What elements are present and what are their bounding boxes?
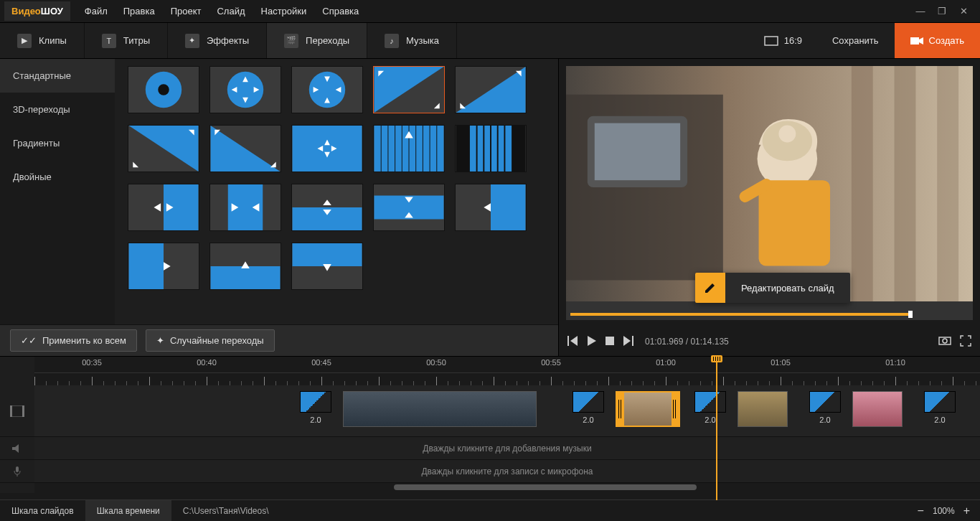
mic-hint[interactable]: Дважды кликните для записи с микрофона (34, 460, 980, 483)
seekbar-knob[interactable] (908, 311, 913, 318)
snapshot-icon[interactable] (938, 335, 951, 349)
video-track[interactable]: 2.0 2.0 2.0 2.0 2.0 (34, 385, 980, 437)
transition-browser: Стандартные 3D-переходы Градиенты Двойны… (0, 59, 558, 324)
transition-item[interactable] (209, 125, 281, 172)
scrollbar-thumb[interactable] (394, 484, 697, 490)
audio-track-icon[interactable] (0, 437, 34, 460)
transition-item[interactable] (128, 66, 199, 113)
svg-point-90 (943, 339, 947, 343)
menu-file[interactable]: Файл (77, 1, 115, 21)
tab-music[interactable]: ♪ Музыка (367, 23, 457, 58)
app-logo: ВидеоШОУ (4, 1, 70, 21)
svg-rect-83 (567, 336, 569, 346)
stop-button[interactable] (605, 336, 615, 348)
video-clip[interactable] (343, 391, 537, 427)
time-current: 01:01.969 (645, 337, 683, 347)
transition-item[interactable] (291, 243, 363, 290)
category-gradients[interactable]: Градиенты (0, 126, 115, 160)
play-button[interactable] (586, 335, 598, 349)
check-icon: ✓✓ (21, 335, 37, 346)
tab-transitions[interactable]: 🎬 Переходы (267, 23, 367, 58)
category-3d[interactable]: 3D-переходы (0, 93, 115, 126)
time-ruler[interactable]: 00:3500:4000:4500:5000:5501:0001:0501:10 (34, 357, 980, 385)
playhead[interactable] (716, 357, 717, 500)
transition-item[interactable] (291, 66, 363, 113)
action-bar: ✓✓ Применить ко всем ✦ Случайные переход… (0, 324, 558, 356)
tab-titles-label: Титры (123, 35, 150, 46)
statusbar: Шкала слайдов Шкала времени C:\Users\Тан… (0, 499, 980, 521)
transition-clip[interactable]: 2.0 (924, 391, 956, 424)
close-icon[interactable]: ✕ (957, 6, 970, 17)
svg-rect-68 (293, 243, 362, 266)
transition-item[interactable] (455, 66, 527, 113)
svg-marker-22 (133, 161, 138, 167)
transition-item[interactable] (291, 125, 363, 172)
svg-point-4 (158, 84, 169, 95)
tab-clips[interactable]: ▶ Клипы (0, 23, 85, 58)
mic-track-icon[interactable] (0, 460, 34, 483)
tab-effects[interactable]: ✦ Эффекты (168, 23, 267, 58)
svg-rect-62 (491, 184, 525, 230)
svg-rect-1 (910, 37, 919, 44)
ruler-row: 00:3500:4000:4500:5000:5501:0001:0501:10 (0, 357, 980, 385)
svg-rect-82 (937, 66, 958, 301)
random-button[interactable]: ✦ Случайные переходы (146, 329, 275, 352)
tab-titles[interactable]: T Титры (85, 23, 168, 58)
transition-item[interactable] (128, 125, 199, 172)
transition-item-selected[interactable] (373, 66, 445, 113)
video-clip[interactable] (738, 391, 788, 427)
svg-marker-57 (323, 200, 331, 205)
menu-slide[interactable]: Слайд (209, 1, 252, 21)
transition-item[interactable] (128, 184, 199, 231)
aspect-ratio[interactable]: 16:9 (750, 35, 816, 46)
transition-item[interactable] (455, 184, 527, 231)
transition-item[interactable] (128, 243, 199, 290)
video-clip[interactable] (852, 391, 903, 427)
random-label: Случайные переходы (170, 335, 264, 346)
svg-marker-26 (270, 161, 276, 167)
transition-item[interactable] (291, 184, 363, 231)
video-clip-active[interactable] (616, 391, 680, 427)
video-track-icon[interactable] (0, 385, 34, 437)
transition-item[interactable] (373, 125, 445, 172)
minimize-icon[interactable]: — (914, 6, 927, 17)
preview-seekbar[interactable] (570, 313, 969, 316)
zoom-out-button[interactable]: − (918, 504, 924, 517)
fullscreen-icon[interactable] (960, 335, 971, 349)
transition-item[interactable] (455, 125, 527, 172)
transition-clip[interactable]: 2.0 (573, 391, 604, 424)
tab-time-scale[interactable]: Шкала времени (85, 500, 171, 521)
horizontal-scrollbar[interactable] (34, 483, 980, 493)
transition-item[interactable] (209, 243, 281, 290)
edit-slide-button[interactable]: Редактировать слайд (695, 273, 850, 303)
save-button[interactable]: Сохранить (816, 23, 895, 58)
svg-rect-88 (632, 336, 633, 346)
transition-clip[interactable]: 2.0 (300, 391, 331, 424)
transition-item[interactable] (209, 184, 281, 231)
transition-item[interactable] (373, 184, 445, 231)
playhead-handle[interactable] (711, 355, 722, 362)
zoom-in-button[interactable]: + (963, 504, 970, 517)
menu-edit[interactable]: Правка (116, 1, 162, 21)
transition-clip[interactable]: 2.0 (809, 391, 841, 424)
menu-project[interactable]: Проект (164, 1, 209, 21)
prev-button[interactable] (567, 336, 579, 348)
menu-settings[interactable]: Настройки (254, 1, 314, 21)
transition-item[interactable] (209, 66, 281, 113)
audio-hint[interactable]: Дважды кликните для добавления музыки (34, 437, 980, 460)
category-double[interactable]: Двойные (0, 160, 115, 194)
ruler-labels: 00:3500:4000:4500:5000:5501:0001:0501:10 (34, 358, 980, 368)
edit-slide-label: Редактировать слайд (725, 283, 850, 294)
category-standard[interactable]: Стандартные (0, 59, 115, 93)
create-button[interactable]: Создать (895, 23, 980, 58)
transition-clip[interactable]: 2.0 (694, 391, 726, 424)
next-button[interactable] (622, 336, 633, 348)
project-path: C:\Users\Таня\Videos\ (171, 500, 281, 521)
tab-slide-scale[interactable]: Шкала слайдов (0, 500, 85, 521)
apply-all-button[interactable]: ✓✓ Применить ко всем (10, 329, 137, 352)
svg-rect-0 (765, 37, 778, 45)
maximize-icon[interactable]: ❐ (936, 6, 948, 17)
svg-marker-51 (154, 203, 161, 212)
logo-part1: Видео (11, 6, 41, 17)
menu-help[interactable]: Справка (315, 1, 366, 21)
